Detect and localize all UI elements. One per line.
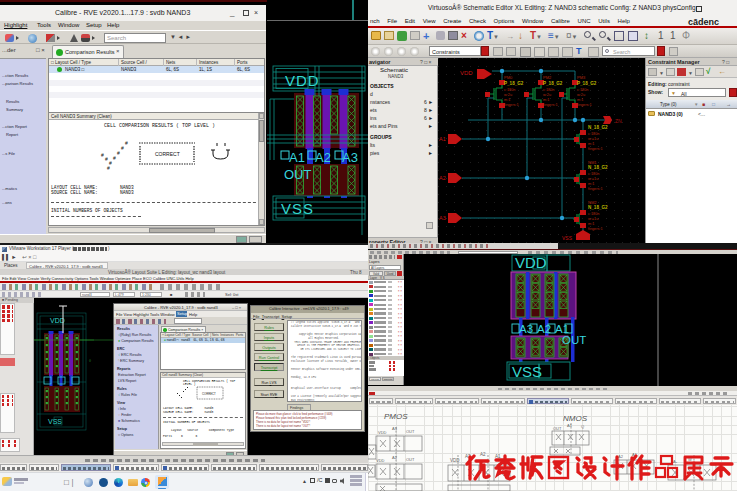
svg-text:VDD: VDD [378,430,387,435]
svg-text:c:180n: c:180n [588,212,599,216]
svg-text:N_18_G2: N_18_G2 [588,205,608,210]
svg-text:P_18_G2: P_18_G2 [577,81,597,86]
svg-text:PM3: PM3 [577,75,586,80]
svg-text:VDD: VDD [460,70,473,76]
svg-text:OUT: OUT [562,334,586,346]
svg-text:fingers:1: fingers:1 [588,187,603,191]
svg-text:VSS: VSS [48,418,62,425]
svg-text:fingers:1: fingers:1 [588,147,603,151]
svg-text:PMOS: PMOS [384,412,408,421]
svg-text:fingers:1: fingers:1 [543,103,558,107]
svg-text:c:180n: c:180n [504,88,515,92]
svg-text:Q: Q [581,424,584,429]
svg-text:w:2u: w:2u [504,93,512,97]
svg-text:#: # [121,145,124,151]
svg-text:#: # [105,156,108,162]
svg-text:m:1: m:1 [543,98,549,102]
svg-text:w:2u: w:2u [543,93,551,97]
svg-text:N_18_G2: N_18_G2 [588,125,608,130]
svg-text:#: # [117,150,120,156]
svg-text:VDD: VDD [376,458,385,463]
svg-text:VSS: VSS [512,363,542,380]
svg-text:w:=1u: w:=1u [588,217,598,221]
svg-text:VDD: VDD [515,254,547,271]
svg-text:fingers:1: fingers:1 [577,103,592,107]
svg-text:A1: A1 [289,150,305,165]
svg-text:#: # [101,152,104,158]
svg-text:A2: A2 [315,150,331,165]
svg-text:m:1: m:1 [588,182,594,186]
svg-text:fingers:1: fingers:1 [588,227,603,231]
svg-text:A3: A3 [342,150,358,165]
svg-text:ZN: ZN [615,118,622,124]
svg-text:N_18_G2: N_18_G2 [588,165,608,170]
svg-text:A2: A2 [439,175,446,181]
svg-text:c:180n: c:180n [588,132,599,136]
svg-text:VDD: VDD [450,458,460,463]
svg-text:m:1: m:1 [588,222,594,226]
svg-text:#: # [107,165,110,171]
svg-text:m:1: m:1 [577,98,583,102]
svg-text:#: # [125,140,128,146]
svg-text:VSS: VSS [281,200,314,217]
svg-text:◊: ◊ [89,358,91,363]
svg-text:OUT: OUT [406,429,415,434]
svg-text:NM2: NM2 [588,200,597,205]
svg-text:A3: A3 [439,215,446,221]
svg-text:A3: A3 [519,323,533,335]
svg-text:w:=1u: w:=1u [588,177,598,181]
svg-text:PM0: PM0 [504,75,513,80]
svg-text:w:=1u: w:=1u [588,137,598,141]
svg-text:#: # [113,155,116,161]
svg-text:A1: A1 [439,136,446,142]
svg-text:c:180n: c:180n [577,88,588,92]
svg-text:VSS: VSS [562,235,573,241]
svg-text:CORRECT: CORRECT [202,392,216,396]
svg-text:PM2: PM2 [543,75,552,80]
svg-text:A2: A2 [392,455,398,460]
svg-text:m:1: m:1 [588,142,594,146]
svg-text:NM1: NM1 [588,160,597,165]
svg-text:P_18_G2: P_18_G2 [504,81,524,86]
svg-text:w:2u: w:2u [577,93,585,97]
svg-text:P_18_G2: P_18_G2 [543,81,563,86]
svg-text:OUT: OUT [553,426,562,431]
svg-text:c:180n: c:180n [543,88,554,92]
svg-text:A3: A3 [392,426,398,431]
svg-text:OUT: OUT [284,167,312,182]
svg-text:fingers:1: fingers:1 [504,103,519,107]
svg-text:OUT: OUT [406,457,415,462]
svg-text:c:180n: c:180n [588,172,599,176]
svg-text:m:1: m:1 [504,98,510,102]
svg-text:A1: A1 [567,423,573,428]
svg-text:A2: A2 [537,323,551,335]
svg-text:NMOS: NMOS [563,414,588,423]
svg-text:VDD: VDD [285,72,320,89]
svg-text:CORRECT: CORRECT [155,151,180,157]
